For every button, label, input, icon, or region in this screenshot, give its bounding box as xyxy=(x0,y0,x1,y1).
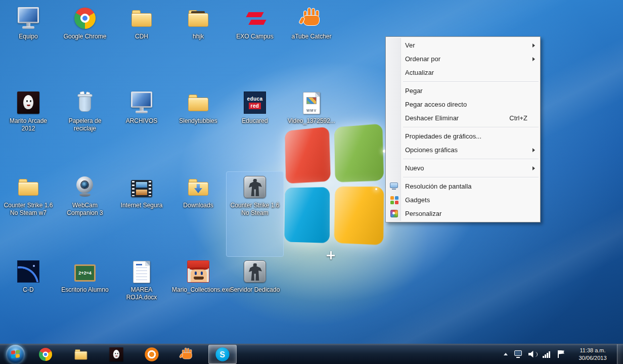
desktop-icon-exo-campus[interactable]: EXO Campus xyxy=(227,3,283,87)
desktop-icon-webcam-companion-3[interactable]: WebCam Companion 3 xyxy=(57,172,113,256)
menu-item-propiedades-de-graficos[interactable]: Propiedades de gráficos... xyxy=(386,129,540,143)
desktop-icon-label: Downloads xyxy=(183,202,213,209)
menu-separator xyxy=(403,81,539,82)
desktop[interactable]: EquipoGoogle ChromeCDHhhjkEXO CampusaTub… xyxy=(0,0,623,344)
menu-item-resolucion-de-pantalla[interactable]: Resolución de pantalla xyxy=(386,179,540,193)
desktop-icon-escritorio-alumno[interactable]: 2+2=4Escritorio Alumno xyxy=(57,256,113,341)
personalize-icon xyxy=(390,209,398,218)
desktop-icon-image xyxy=(17,258,39,285)
desktop-icon-educared[interactable]: educaredEducared xyxy=(227,87,283,172)
desktop-icon-label: hhjk xyxy=(193,33,204,40)
webcam-icon xyxy=(73,175,97,199)
desktop-icon-counter-strike-16-no-steam-w7[interactable]: Counter Strike 1.6 No Steam w7 xyxy=(0,172,57,256)
cs-icon xyxy=(244,260,266,283)
cd-icon xyxy=(17,260,39,283)
taskbar-button-marito-arcade[interactable] xyxy=(102,344,130,364)
desktop-icon-label: Marito Arcade 2012 xyxy=(2,117,55,133)
desktop-icon-downloads[interactable]: Downloads xyxy=(170,172,227,256)
computer-icon xyxy=(17,7,40,30)
hand-icon xyxy=(300,7,323,30)
desktop-icon-google-chrome[interactable]: Google Chrome xyxy=(57,3,113,87)
desktop-icon-slendytubbies[interactable]: Slendytubbies xyxy=(170,87,227,172)
taskbar-button-atube-catcher[interactable] xyxy=(173,344,201,364)
desktop-icon-servidor-dedicado[interactable]: Servidor Dedicado xyxy=(227,256,283,341)
desktop-icon-marito-arcade-2012[interactable]: Marito Arcade 2012 xyxy=(0,87,57,172)
desktop-icon-archivos[interactable]: ARCHIVOS xyxy=(113,87,170,172)
desktop-icon-label: Educared xyxy=(242,117,268,125)
desktop-icon-label: Counter Strike 1.6 No Steam xyxy=(229,202,281,217)
desktop-icon-image xyxy=(74,5,96,31)
folder-icon xyxy=(187,91,210,114)
clock-time: 11:38 a.m. xyxy=(571,347,614,354)
desktop-icon-image xyxy=(133,258,150,285)
menu-item-ordenar-por[interactable]: Ordenar por xyxy=(386,52,540,66)
desktop-icon-label: EXO Campus xyxy=(236,33,273,40)
menu-item-gadgets[interactable]: Gadgets xyxy=(386,193,540,207)
desktop-icon-image xyxy=(300,5,323,31)
desktop-icon-image xyxy=(187,258,209,285)
desktop-icon-label: Equipo xyxy=(19,33,37,40)
menu-item-label: Ordenar por xyxy=(405,55,440,63)
show-desktop-button[interactable] xyxy=(617,344,623,364)
windows-flag-icon xyxy=(11,350,20,358)
windows-logo-green-pane xyxy=(334,123,384,182)
show-hidden-icons-button[interactable] xyxy=(500,344,512,364)
desktop-icon-atube-catcher[interactable]: aTube Catcher xyxy=(283,3,340,87)
menu-item-deshacer-eliminar[interactable]: Deshacer EliminarCtrl+Z xyxy=(386,111,540,125)
system-tray: 11:38 a.m. 30/06/2013 xyxy=(500,344,623,364)
recycle-icon xyxy=(73,91,97,114)
taskbar-button-chrome[interactable] xyxy=(31,344,60,364)
tray-action-center-icon[interactable] xyxy=(556,349,567,359)
desktop-icon-cdh[interactable]: CDH xyxy=(113,3,170,87)
mario-icon xyxy=(187,260,209,283)
tray-network-icon[interactable] xyxy=(542,349,553,359)
menu-item-ver[interactable]: Ver xyxy=(386,38,540,52)
desktop-icon-internet-segura[interactable]: Internet Segura xyxy=(113,172,170,256)
desktop-icon-label: Video_1372592... xyxy=(288,117,335,125)
desktop-icon-hhjk[interactable]: hhjk xyxy=(170,3,227,87)
desktop-icon-image xyxy=(187,89,210,116)
context-menu: VerOrdenar porActualizarPegarPegar acces… xyxy=(385,36,541,222)
desktop-icon-label: Counter Strike 1.6 No Steam w7 xyxy=(2,202,55,217)
desktop-icon-image xyxy=(244,258,266,285)
taskbar-button-skype[interactable]: S xyxy=(208,345,237,364)
desktop-icon-papelera-de-reciclaje[interactable]: Papelera de reciclaje xyxy=(57,87,113,172)
desktop-icon-image xyxy=(243,5,266,31)
menu-item-actualizar[interactable]: Actualizar xyxy=(386,66,540,79)
submenu-arrow-icon xyxy=(532,43,535,48)
desktop-icon-image xyxy=(187,5,210,31)
desktop-icon-c-d[interactable]: C-D xyxy=(0,256,57,341)
puppet-icon xyxy=(109,347,123,361)
start-button[interactable] xyxy=(6,345,25,363)
cs-icon xyxy=(244,176,266,198)
menu-item-label: Personalizar xyxy=(405,210,441,217)
menu-item-label: Gadgets xyxy=(405,196,430,204)
desktop-icon-label: aTube Catcher xyxy=(292,33,332,40)
desktop-icon-mario-collections[interactable]: Mario_Collections.exe xyxy=(170,256,227,341)
menu-item-pegar[interactable]: Pegar xyxy=(386,84,540,98)
desktop-icon-image xyxy=(17,174,40,200)
taskbar-clock[interactable]: 11:38 a.m. 30/06/2013 xyxy=(571,347,614,362)
menu-separator xyxy=(403,177,539,177)
taskbar-button-explorer[interactable] xyxy=(67,344,95,364)
menu-item-label: Opciones gráficas xyxy=(405,146,458,154)
menu-item-opciones-graficas[interactable]: Opciones gráficas xyxy=(386,143,540,157)
desktop-icon-counter-strike-16-no-steam[interactable]: Counter Strike 1.6 No Steam xyxy=(227,172,283,256)
menu-item-personalizar[interactable]: Personalizar xyxy=(386,207,540,220)
submenu-arrow-icon xyxy=(532,166,535,170)
desktop-icon-image xyxy=(244,174,266,200)
educared-icon: educared xyxy=(244,92,266,114)
desktop-icon-label: Slendytubbies xyxy=(179,117,217,125)
taskbar: S 11:38 a.m. 30/06/2013 xyxy=(0,344,623,364)
desktop-icon-video-1372592[interactable]: WMVVideo_1372592... xyxy=(283,87,340,172)
desktop-icon-label: ARCHIVOS xyxy=(126,117,158,125)
tray-volume-icon[interactable] xyxy=(527,349,539,359)
menu-item-pegar-acceso-directo[interactable]: Pegar acceso directo xyxy=(386,98,540,111)
folder-icon xyxy=(17,175,40,199)
taskbar-button-media-player[interactable] xyxy=(138,344,166,364)
desktop-icon-equipo[interactable]: Equipo xyxy=(0,3,57,87)
desktop-icon-marea-roja[interactable]: MAREA ROJA.docx xyxy=(113,256,170,341)
menu-item-nuevo[interactable]: Nuevo xyxy=(386,161,540,175)
wallpaper-sparkle xyxy=(375,188,377,190)
tray-display-icon[interactable] xyxy=(513,349,524,359)
